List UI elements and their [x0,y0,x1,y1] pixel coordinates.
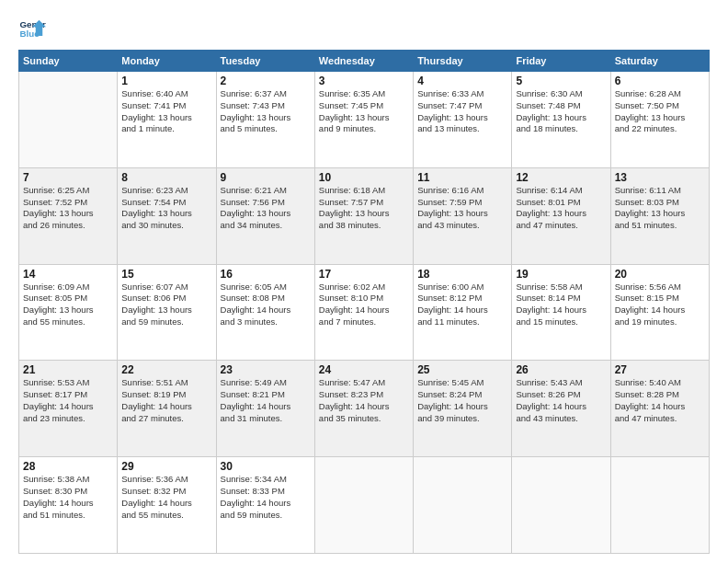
day-number: 19 [516,268,606,281]
day-number: 22 [121,363,211,376]
day-info: Sunrise: 6:09 AM Sunset: 8:05 PM Dayligh… [23,282,113,328]
calendar-body: 1Sunrise: 6:40 AM Sunset: 7:41 PM Daylig… [19,72,710,554]
calendar-cell [19,72,118,168]
day-number: 9 [221,171,311,184]
day-number: 3 [319,75,409,87]
days-header-row: SundayMondayTuesdayWednesdayThursdayFrid… [19,51,710,72]
day-info: Sunrise: 5:56 AM Sunset: 8:15 PM Dayligh… [615,282,705,328]
day-number: 5 [516,75,606,87]
calendar-cell [414,457,512,554]
day-number: 13 [615,171,705,184]
day-number: 15 [121,268,211,281]
calendar-cell: 10Sunrise: 6:18 AM Sunset: 7:57 PM Dayli… [314,167,413,264]
calendar-cell: 22Sunrise: 5:51 AM Sunset: 8:19 PM Dayli… [118,361,216,457]
day-info: Sunrise: 5:49 AM Sunset: 8:21 PM Dayligh… [221,377,311,424]
calendar-cell: 29Sunrise: 5:36 AM Sunset: 8:32 PM Dayli… [118,457,216,554]
day-info: Sunrise: 6:25 AM Sunset: 7:52 PM Dayligh… [23,185,113,232]
calendar-cell [314,457,413,554]
day-number: 30 [221,460,311,473]
day-info: Sunrise: 6:16 AM Sunset: 7:59 PM Dayligh… [417,185,507,232]
day-info: Sunrise: 5:58 AM Sunset: 8:14 PM Dayligh… [516,282,606,328]
day-number: 18 [417,268,507,281]
calendar-cell: 15Sunrise: 6:07 AM Sunset: 8:06 PM Dayli… [118,264,216,361]
calendar-cell: 24Sunrise: 5:47 AM Sunset: 8:23 PM Dayli… [314,361,413,457]
calendar-cell: 4Sunrise: 6:33 AM Sunset: 7:47 PM Daylig… [414,72,512,168]
day-info: Sunrise: 6:23 AM Sunset: 7:54 PM Dayligh… [121,185,211,232]
week-row-3: 14Sunrise: 6:09 AM Sunset: 8:05 PM Dayli… [19,264,710,361]
day-info: Sunrise: 5:38 AM Sunset: 8:30 PM Dayligh… [23,474,113,521]
day-info: Sunrise: 6:21 AM Sunset: 7:56 PM Dayligh… [221,185,311,232]
day-header-thursday: Thursday [414,51,512,72]
week-row-1: 1Sunrise: 6:40 AM Sunset: 7:41 PM Daylig… [19,72,710,168]
calendar-cell: 6Sunrise: 6:28 AM Sunset: 7:50 PM Daylig… [610,72,709,168]
calendar-cell: 20Sunrise: 5:56 AM Sunset: 8:15 PM Dayli… [610,264,709,361]
calendar-cell [610,457,709,554]
calendar-cell: 28Sunrise: 5:38 AM Sunset: 8:30 PM Dayli… [19,457,118,554]
day-info: Sunrise: 6:37 AM Sunset: 7:43 PM Dayligh… [221,88,311,135]
calendar-cell: 14Sunrise: 6:09 AM Sunset: 8:05 PM Dayli… [19,264,118,361]
day-info: Sunrise: 5:53 AM Sunset: 8:17 PM Dayligh… [23,377,113,424]
day-info: Sunrise: 5:40 AM Sunset: 8:28 PM Dayligh… [615,377,705,424]
day-number: 28 [23,460,113,473]
calendar-table: SundayMondayTuesdayWednesdayThursdayFrid… [18,50,710,554]
day-info: Sunrise: 5:45 AM Sunset: 8:24 PM Dayligh… [417,377,507,424]
day-number: 23 [221,363,311,376]
day-number: 16 [221,268,311,281]
calendar-cell: 13Sunrise: 6:11 AM Sunset: 8:03 PM Dayli… [610,167,709,264]
day-info: Sunrise: 6:02 AM Sunset: 8:10 PM Dayligh… [319,282,409,328]
day-number: 7 [23,171,113,184]
day-number: 29 [121,460,211,473]
day-info: Sunrise: 5:51 AM Sunset: 8:19 PM Dayligh… [121,377,211,424]
day-number: 26 [516,363,606,376]
calendar-cell: 18Sunrise: 6:00 AM Sunset: 8:12 PM Dayli… [414,264,512,361]
calendar-cell: 12Sunrise: 6:14 AM Sunset: 8:01 PM Dayli… [512,167,610,264]
day-number: 17 [319,268,409,281]
day-number: 21 [23,363,113,376]
day-header-wednesday: Wednesday [314,51,413,72]
calendar-cell: 2Sunrise: 6:37 AM Sunset: 7:43 PM Daylig… [216,72,314,168]
calendar-page: General Blue SundayMondayTuesdayWednesda… [0,0,728,563]
calendar-cell: 27Sunrise: 5:40 AM Sunset: 8:28 PM Dayli… [610,361,709,457]
calendar-cell [512,457,610,554]
day-info: Sunrise: 5:43 AM Sunset: 8:26 PM Dayligh… [516,377,606,424]
day-info: Sunrise: 6:14 AM Sunset: 8:01 PM Dayligh… [516,185,606,232]
day-number: 11 [417,171,507,184]
day-info: Sunrise: 6:00 AM Sunset: 8:12 PM Dayligh… [417,282,507,328]
day-header-friday: Friday [512,51,610,72]
calendar-cell: 8Sunrise: 6:23 AM Sunset: 7:54 PM Daylig… [118,167,216,264]
calendar-cell: 5Sunrise: 6:30 AM Sunset: 7:48 PM Daylig… [512,72,610,168]
day-number: 4 [417,75,507,87]
calendar-cell: 3Sunrise: 6:35 AM Sunset: 7:45 PM Daylig… [314,72,413,168]
calendar-cell: 21Sunrise: 5:53 AM Sunset: 8:17 PM Dayli… [19,361,118,457]
header: General Blue [18,15,710,42]
day-number: 2 [221,75,311,87]
day-number: 20 [615,268,705,281]
calendar-cell: 19Sunrise: 5:58 AM Sunset: 8:14 PM Dayli… [512,264,610,361]
day-info: Sunrise: 5:36 AM Sunset: 8:32 PM Dayligh… [121,474,211,521]
day-info: Sunrise: 5:34 AM Sunset: 8:33 PM Dayligh… [221,474,311,521]
calendar-header: SundayMondayTuesdayWednesdayThursdayFrid… [19,51,710,72]
day-number: 10 [319,171,409,184]
day-info: Sunrise: 6:07 AM Sunset: 8:06 PM Dayligh… [121,282,211,328]
day-info: Sunrise: 6:35 AM Sunset: 7:45 PM Dayligh… [319,88,409,135]
week-row-4: 21Sunrise: 5:53 AM Sunset: 8:17 PM Dayli… [19,361,710,457]
calendar-cell: 16Sunrise: 6:05 AM Sunset: 8:08 PM Dayli… [216,264,314,361]
day-number: 8 [121,171,211,184]
day-info: Sunrise: 6:18 AM Sunset: 7:57 PM Dayligh… [319,185,409,232]
week-row-5: 28Sunrise: 5:38 AM Sunset: 8:30 PM Dayli… [19,457,710,554]
day-header-saturday: Saturday [610,51,709,72]
day-header-monday: Monday [118,51,216,72]
day-info: Sunrise: 6:28 AM Sunset: 7:50 PM Dayligh… [615,88,705,135]
day-header-tuesday: Tuesday [216,51,314,72]
calendar-cell: 26Sunrise: 5:43 AM Sunset: 8:26 PM Dayli… [512,361,610,457]
day-info: Sunrise: 5:47 AM Sunset: 8:23 PM Dayligh… [319,377,409,424]
week-row-2: 7Sunrise: 6:25 AM Sunset: 7:52 PM Daylig… [19,167,710,264]
calendar-cell: 23Sunrise: 5:49 AM Sunset: 8:21 PM Dayli… [216,361,314,457]
calendar-cell: 17Sunrise: 6:02 AM Sunset: 8:10 PM Dayli… [314,264,413,361]
day-number: 14 [23,268,113,281]
day-number: 27 [615,363,705,376]
day-number: 1 [121,75,211,87]
logo: General Blue [18,15,46,42]
day-info: Sunrise: 6:40 AM Sunset: 7:41 PM Dayligh… [121,88,211,135]
day-header-sunday: Sunday [19,51,118,72]
